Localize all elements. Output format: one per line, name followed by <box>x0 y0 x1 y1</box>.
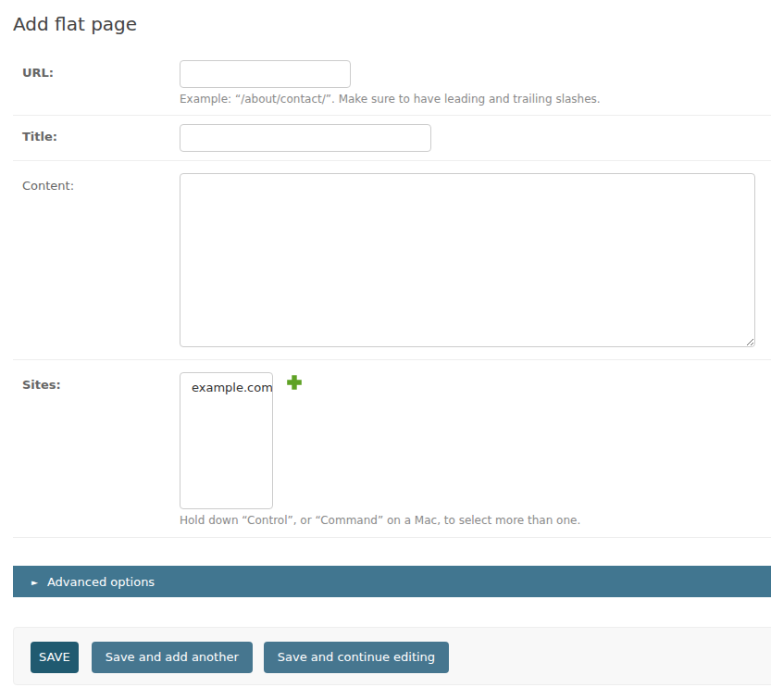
sites-field-col: example.com Hold down “Control”, or “Com… <box>180 372 771 528</box>
sites-widget: example.com <box>180 372 771 509</box>
sites-option[interactable]: example.com <box>180 378 272 394</box>
content-textarea[interactable] <box>180 173 755 347</box>
save-and-add-another-button[interactable]: Save and add another <box>92 642 253 673</box>
plus-icon <box>286 374 303 391</box>
add-site-icon[interactable] <box>286 374 303 391</box>
flatpage-form: URL: Example: “/about/contact/”. Make su… <box>13 52 771 685</box>
advanced-options-toggle[interactable]: ► Advanced options <box>13 566 771 597</box>
sites-label: Sites: <box>22 372 180 392</box>
title-label: Title: <box>22 124 180 144</box>
save-and-continue-editing-button[interactable]: Save and continue editing <box>264 642 449 673</box>
url-label: URL: <box>22 60 180 80</box>
content-label: Content: <box>22 173 180 193</box>
form-row-title: Title: <box>13 116 771 161</box>
url-input[interactable] <box>180 60 351 88</box>
save-button[interactable]: SAVE <box>31 642 79 673</box>
url-help-text: Example: “/about/contact/”. Make sure to… <box>180 93 771 106</box>
content-field-col <box>180 173 771 347</box>
submit-row: SAVE Save and add another Save and conti… <box>13 627 771 685</box>
title-input[interactable] <box>180 124 431 152</box>
title-field-col <box>180 124 771 152</box>
url-field-col: Example: “/about/contact/”. Make sure to… <box>180 60 771 106</box>
form-row-url: URL: Example: “/about/contact/”. Make su… <box>13 52 771 116</box>
form-row-sites: Sites: example.com Hold down “Control”, … <box>13 360 771 538</box>
form-row-content: Content: <box>13 161 771 360</box>
chevron-right-icon: ► <box>31 578 38 587</box>
advanced-options-label: Advanced options <box>47 575 155 589</box>
sites-help-text: Hold down “Control”, or “Command” on a M… <box>180 514 771 528</box>
sites-select[interactable]: example.com <box>180 372 273 509</box>
page-title: Add flat page <box>13 0 771 37</box>
change-form: Add flat page URL: Example: “/about/cont… <box>13 0 771 685</box>
